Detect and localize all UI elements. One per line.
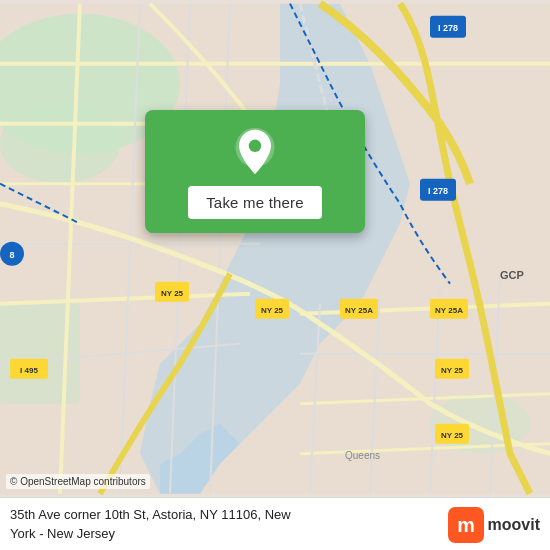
- svg-text:I 278: I 278: [438, 23, 458, 33]
- svg-text:NY 25A: NY 25A: [435, 306, 463, 315]
- location-card: Take me there: [145, 110, 365, 233]
- svg-text:NY 25: NY 25: [161, 289, 184, 298]
- address-section: 35th Ave corner 10th St, Astoria, NY 111…: [10, 506, 440, 544]
- svg-text:NY 25: NY 25: [441, 366, 464, 375]
- svg-text:GCP: GCP: [500, 269, 524, 281]
- svg-text:8: 8: [9, 250, 14, 260]
- map-background: I 278 I 278 NY 25 NY 25 NY 25A NY 25A I …: [0, 0, 550, 497]
- moovit-logo: m moovit: [448, 507, 540, 543]
- app: I 278 I 278 NY 25 NY 25 NY 25A NY 25A I …: [0, 0, 550, 550]
- map-container: I 278 I 278 NY 25 NY 25 NY 25A NY 25A I …: [0, 0, 550, 497]
- take-me-there-button[interactable]: Take me there: [188, 186, 322, 219]
- address-text: 35th Ave corner 10th St, Astoria, NY 111…: [10, 506, 440, 544]
- svg-point-4: [0, 104, 120, 184]
- svg-text:I 495: I 495: [20, 366, 38, 375]
- map-attribution: © OpenStreetMap contributors: [6, 474, 150, 489]
- svg-text:m: m: [457, 514, 475, 536]
- svg-text:NY 25A: NY 25A: [345, 306, 373, 315]
- moovit-brand-text: moovit: [488, 516, 540, 534]
- svg-text:Queens: Queens: [345, 450, 380, 461]
- svg-text:NY 25: NY 25: [441, 431, 464, 440]
- svg-text:I 278: I 278: [428, 186, 448, 196]
- location-pin-icon: [231, 128, 279, 176]
- bottom-bar: 35th Ave corner 10th St, Astoria, NY 111…: [0, 497, 550, 550]
- svg-point-48: [249, 140, 261, 152]
- svg-text:NY 25: NY 25: [261, 306, 284, 315]
- moovit-icon: m: [448, 507, 484, 543]
